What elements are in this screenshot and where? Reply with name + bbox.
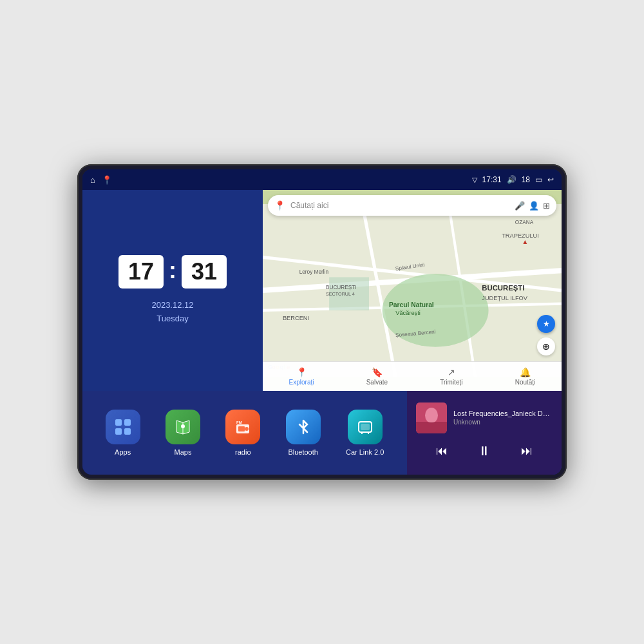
status-left-icons: ⌂ 📍 <box>90 175 112 185</box>
album-art-svg <box>416 402 447 433</box>
svg-text:BERCENI: BERCENI <box>283 315 309 321</box>
map-nav-news[interactable]: 🔔 Noutăți <box>515 367 536 386</box>
svg-text:Leroy Merlin: Leroy Merlin <box>299 269 329 275</box>
svg-text:BUCUREȘTI: BUCUREȘTI <box>482 284 524 292</box>
car-display-device: ⌂ 📍 ▽ 17:31 🔊 18 ▭ ↩ 17 : <box>77 164 567 480</box>
music-text: Lost Frequencies_Janieck Devy-... Unknow… <box>453 410 553 426</box>
music-controls: ⏮ ⏸ ⏭ <box>416 439 553 464</box>
music-next-button[interactable]: ⏭ <box>516 442 538 460</box>
maps-app-icon <box>166 410 200 444</box>
svg-text:TRAPEZULUI: TRAPEZULUI <box>502 232 539 239</box>
explore-icon: 📍 <box>296 367 307 377</box>
bluetooth-icon <box>286 410 321 444</box>
app-item-carlink[interactable]: Car Link 2.0 <box>346 410 384 456</box>
music-title: Lost Frequencies_Janieck Devy-... <box>453 410 553 417</box>
status-time: 17:31 <box>482 175 502 184</box>
music-album-art <box>416 402 447 433</box>
svg-text:Văcărești: Văcărești <box>395 310 421 316</box>
map-pin-icon: 📍 <box>274 200 285 211</box>
main-content: 17 : 31 2023.12.12 Tuesday <box>82 190 562 475</box>
status-right-info: ▽ 17:31 🔊 18 ▭ ↩ <box>472 175 554 184</box>
send-label: Trimiteți <box>440 379 462 386</box>
send-icon: ↗ <box>448 367 455 377</box>
music-info: Lost Frequencies_Janieck Devy-... Unknow… <box>416 402 553 433</box>
svg-rect-30 <box>124 428 131 435</box>
map-nav-explore[interactable]: 📍 Explorați <box>289 367 314 386</box>
map-widget[interactable]: Parcul Natural Văcărești BUCUREȘTI JUDEȚ… <box>263 190 562 391</box>
svg-text:SECTORUL 4: SECTORUL 4 <box>326 291 355 297</box>
clock-widget: 17 : 31 2023.12.12 Tuesday <box>82 190 263 391</box>
bluetooth-svg-icon <box>294 418 312 436</box>
apps-section: Apps Maps <box>82 391 407 475</box>
svg-text:BUCUREȘTI: BUCUREȘTI <box>326 285 357 290</box>
svg-text:▲: ▲ <box>522 238 528 245</box>
svg-rect-29 <box>115 428 122 435</box>
svg-text:JUDEȚUL ILFOV: JUDEȚUL ILFOV <box>482 295 528 301</box>
app-item-bluetooth[interactable]: Bluetooth <box>286 410 321 456</box>
svg-text:FM: FM <box>236 421 242 424</box>
grid-icon[interactable]: ⊞ <box>543 201 550 211</box>
clock-separator: : <box>169 257 176 284</box>
maps-label: Maps <box>175 448 192 456</box>
battery-icon: ▭ <box>535 175 542 184</box>
carlink-svg-icon <box>356 418 374 436</box>
album-art-image <box>416 402 447 433</box>
svg-point-36 <box>245 427 249 431</box>
svg-point-33 <box>181 424 185 428</box>
app-item-radio[interactable]: FM radio <box>225 410 260 456</box>
carlink-label: Car Link 2.0 <box>346 448 384 456</box>
music-play-button[interactable]: ⏸ <box>473 441 496 461</box>
news-label: Noutăți <box>515 379 536 386</box>
volume-icon: 🔊 <box>507 175 516 184</box>
map-compass-button[interactable]: ⊕ <box>537 337 555 355</box>
svg-rect-42 <box>416 422 447 433</box>
maps-icon[interactable]: 📍 <box>102 175 112 185</box>
map-nav-send[interactable]: ↗ Trimiteți <box>440 367 462 386</box>
map-search-text: Căutați aici <box>290 201 509 210</box>
map-search-bar[interactable]: 📍 Căutați aici 🎤 👤 ⊞ <box>268 195 556 216</box>
news-icon: 🔔 <box>520 367 531 377</box>
svg-rect-35 <box>238 426 245 431</box>
car-screen: ⌂ 📍 ▽ 17:31 🔊 18 ▭ ↩ 17 : <box>82 169 562 475</box>
saved-label: Salvate <box>366 379 388 386</box>
clock-display: 17 : 31 <box>118 255 227 289</box>
svg-rect-27 <box>115 419 122 426</box>
radio-label: radio <box>235 448 251 456</box>
music-artist: Unknown <box>453 419 553 426</box>
map-bottom-nav: 📍 Explorați 🔖 Salvate ↗ Trimiteți 🔔 <box>263 361 562 391</box>
carlink-icon <box>348 410 383 444</box>
app-item-apps[interactable]: Apps <box>106 410 140 456</box>
status-bar: ⌂ 📍 ▽ 17:31 🔊 18 ▭ ↩ <box>82 169 562 190</box>
saved-icon: 🔖 <box>372 367 383 377</box>
mic-icon[interactable]: 🎤 <box>515 201 525 211</box>
apps-icon <box>106 410 140 444</box>
maps-svg-icon <box>174 418 192 436</box>
radio-icon: FM <box>225 410 260 444</box>
back-icon[interactable]: ↩ <box>547 175 554 184</box>
bottom-row: Apps Maps <box>82 391 562 475</box>
explore-label: Explorați <box>289 379 314 386</box>
map-nav-saved[interactable]: 🔖 Salvate <box>366 367 388 386</box>
battery-level: 18 <box>522 175 530 184</box>
map-navigate-button[interactable]: ★ <box>537 315 555 333</box>
svg-point-41 <box>425 408 438 423</box>
music-player: Lost Frequencies_Janieck Devy-... Unknow… <box>407 391 562 475</box>
clock-date: 2023.12.12 Tuesday <box>151 299 193 326</box>
bluetooth-label: Bluetooth <box>288 448 317 456</box>
music-prev-button[interactable]: ⏮ <box>431 442 453 460</box>
top-row: 17 : 31 2023.12.12 Tuesday <box>82 190 562 391</box>
svg-rect-39 <box>361 424 370 430</box>
apps-svg-icon <box>114 418 132 436</box>
app-item-maps[interactable]: Maps <box>166 410 200 456</box>
signal-icon: ▽ <box>472 176 477 184</box>
clock-minute: 31 <box>182 255 227 289</box>
apps-label: Apps <box>115 448 131 456</box>
radio-svg-icon: FM <box>234 418 252 436</box>
home-icon[interactable]: ⌂ <box>90 175 95 185</box>
clock-hour: 17 <box>118 255 164 289</box>
svg-text:Parcul Natural: Parcul Natural <box>389 301 434 308</box>
svg-rect-28 <box>124 419 131 426</box>
svg-text:OZANA: OZANA <box>515 220 534 225</box>
account-icon[interactable]: 👤 <box>529 201 539 211</box>
map-search-actions: 🎤 👤 ⊞ <box>515 201 550 211</box>
